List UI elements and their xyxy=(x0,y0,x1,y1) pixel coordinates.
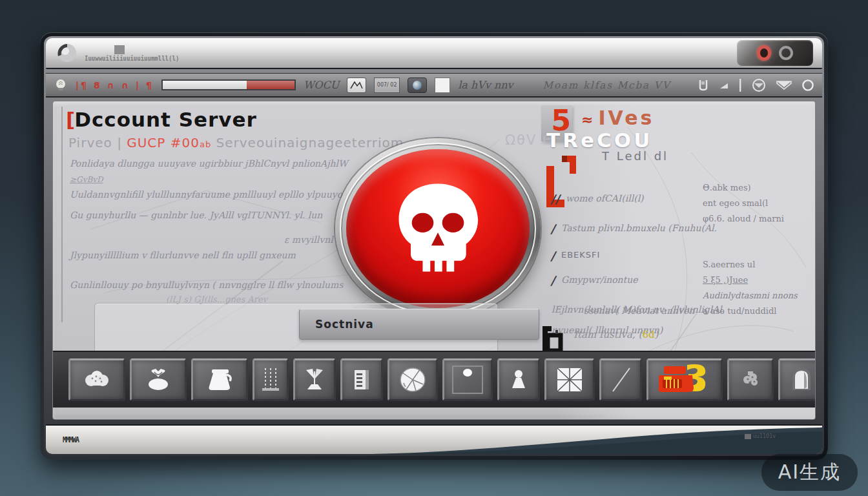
circle-icon[interactable] xyxy=(801,79,814,92)
counter-badge-button[interactable]: 007/ 02 xyxy=(374,78,400,93)
statusbar: MMMWA uu1101v xyxy=(46,424,822,454)
toolbar-center-text: Moam klfas Mcba VV xyxy=(543,79,671,91)
right-line: a ase tud/nuddidl xyxy=(703,306,816,316)
check-item: ∕∕ wome ofCAI(ill(l) xyxy=(552,193,644,205)
skull-icon xyxy=(384,175,492,284)
check-item: ∕ EBEKSFI xyxy=(552,250,600,262)
body-line: Ponlidaya dlungga uuuyave ugirbbiur jBhl… xyxy=(70,158,347,169)
spacer xyxy=(703,229,816,254)
mail-icon[interactable] xyxy=(776,79,792,92)
person-heart-icon xyxy=(145,368,171,391)
dock-button-dot[interactable] xyxy=(442,358,493,401)
dart-plant-icon xyxy=(304,367,326,392)
application-window: Iuuwwuiliiiuuiuuiuummlll(l) |¶ 8 ∩ ∩ | ¶… xyxy=(40,32,828,460)
note-line-b: Itam fustiva, (6d) xyxy=(574,329,658,340)
check-item: ∕ Tastum plivnl.bmuxelu (Fnuhu(Al. xyxy=(552,223,717,235)
clipboard-icon[interactable] xyxy=(698,79,710,92)
tledl-label: T Ledl dl xyxy=(602,149,668,163)
ives-label: ≈IVes xyxy=(581,107,654,129)
ai-watermark: AI生成 xyxy=(761,454,858,491)
window-split-icon xyxy=(555,366,584,394)
slash-mark-icon: ∕∕ xyxy=(550,193,562,205)
page-subtitle: Pirveo | GUCP #00ab Serveouinaignageeter… xyxy=(68,135,404,150)
dock-button-dart-plant[interactable] xyxy=(293,358,336,401)
pawn-icon xyxy=(509,369,528,391)
dock-button-clock[interactable] xyxy=(388,358,438,401)
triangle-icon[interactable] xyxy=(719,81,729,90)
statusbar-left-text: MMMWA xyxy=(63,435,79,444)
titlebar-label-group: Iuuwwuiliiiuuiuuiuummlll(l) xyxy=(85,45,179,61)
dock-button-ruler-lines[interactable] xyxy=(253,358,289,401)
counter-badge-text: 007/ 02 xyxy=(377,83,397,88)
gear-cluster-icon xyxy=(739,369,762,391)
window-inner: Iuuwwuiliiiuuiuuiuummlll(l) |¶ 8 ∩ ∩ | ¶… xyxy=(44,36,824,456)
globe-icon[interactable] xyxy=(751,78,767,92)
skull-danger-button[interactable] xyxy=(335,138,541,319)
right-line: 5 ξ5 ,)Juee xyxy=(703,275,816,285)
bottom-dock xyxy=(53,351,815,408)
skull-button-face xyxy=(346,149,530,308)
dock-button-document[interactable] xyxy=(340,358,383,401)
blank-chip-button[interactable] xyxy=(435,78,450,93)
window-controls[interactable] xyxy=(737,40,813,66)
titlebar-barcode-text: Iuuwwuiliiiuuiuuiuummlll(l) xyxy=(85,54,179,62)
right-line: φ6.6. aloud / marni xyxy=(703,214,816,223)
glass-panel-label: (lLJ s) GJ(lls...gnes Arev xyxy=(166,294,267,304)
brain-icon xyxy=(82,370,112,389)
body-line: Gunlinllouuy po bnyulluylvnyn ( nnvngglr… xyxy=(70,280,347,290)
progress-bar-red-segment xyxy=(247,81,294,89)
fire-truck-icon xyxy=(655,362,714,397)
document-icon xyxy=(352,368,371,391)
subtitle-code: GUCP #00 xyxy=(127,135,200,150)
pipe-icon[interactable] xyxy=(738,78,742,92)
titlebar-chip xyxy=(114,45,125,54)
dock-button-fire-truck[interactable] xyxy=(646,358,723,401)
dot-icon xyxy=(451,364,484,395)
dock-button-jug[interactable] xyxy=(191,358,248,401)
dock-button-person-heart[interactable] xyxy=(130,358,187,401)
slash-mark-icon: ∕ xyxy=(550,223,557,235)
statusbar-chip-icon xyxy=(745,434,751,439)
progress-bar xyxy=(161,79,296,90)
camera-red-ring-icon[interactable] xyxy=(757,45,771,61)
statusbar-right-text: uu1101v xyxy=(745,433,776,439)
dock-button-brain[interactable] xyxy=(68,358,125,401)
dome-icon xyxy=(787,366,816,394)
swirl-logo-icon xyxy=(55,42,78,64)
ruler-lines-icon xyxy=(261,367,280,393)
toolbar-red-marks: |¶ 8 ∩ ∩ | ¶ xyxy=(76,80,154,90)
page-title: [Dccount Server xyxy=(66,108,257,131)
body-line: Gu gunyhurllu — gunlnbr lue. JyAlll vglT… xyxy=(70,210,347,220)
stamp-button[interactable] xyxy=(347,78,366,93)
lens-icon xyxy=(413,81,422,90)
clock-icon xyxy=(398,366,427,393)
dock-button-window-split[interactable] xyxy=(544,358,595,401)
lens-button[interactable] xyxy=(408,78,427,93)
right-text-column: Θ.abk mes) ent egeo smal(l φ6.6. aloud /… xyxy=(703,183,816,322)
toolbar-script-b: la hVv nnv xyxy=(458,79,513,91)
dock-button-dome[interactable] xyxy=(778,358,816,401)
dock-button-gear-cluster[interactable] xyxy=(727,358,774,401)
leaf-mark-icon: ≈ xyxy=(581,112,595,128)
toolbar-right-icons xyxy=(698,78,814,92)
yellow-mark: 6d xyxy=(642,329,654,340)
statusbar-swoosh xyxy=(372,426,822,454)
slash-mark-icon: ∕ xyxy=(550,250,557,262)
check-item: ∕ Gmypwr/inontue xyxy=(552,274,638,287)
body-line: ≥GvBvD xyxy=(70,175,347,184)
left-text-column: Ponlidaya dlungga uuuyave ugirbbiur jBhl… xyxy=(70,156,347,290)
right-line: ent egeo smal(l xyxy=(703,198,816,208)
content-area: [Dccount Server Pirveo | GUCP #00ab Serv… xyxy=(52,101,816,420)
titlebar: Iuuwwuiliiiuuiuuiuummlll(l) xyxy=(46,38,822,69)
bulb-icon[interactable] xyxy=(54,78,68,92)
trecou-label: TReCOU xyxy=(546,129,652,152)
glass-panel: (lLJ s) GJ(lls...gnes Arev (t((i)) Soctn… xyxy=(94,303,498,355)
dock-button-diagonal[interactable] xyxy=(599,358,642,401)
soctniva-button[interactable]: Soctniva xyxy=(299,309,539,340)
body-line: Uuldannvgnlifill ylulllunnyfaruume pmlll… xyxy=(70,189,347,200)
toolbar: |¶ 8 ∩ ∩ | ¶ WOCU 007/ 02 la hVv nnv Moa… xyxy=(46,73,822,98)
right-line: Θ.abk mes) xyxy=(703,183,816,192)
body-line: Jlypunyilllllium v fllurlunvve nell fln … xyxy=(70,250,347,260)
camera-gray-ring-icon[interactable] xyxy=(779,46,793,60)
dock-button-pawn[interactable] xyxy=(497,358,540,401)
